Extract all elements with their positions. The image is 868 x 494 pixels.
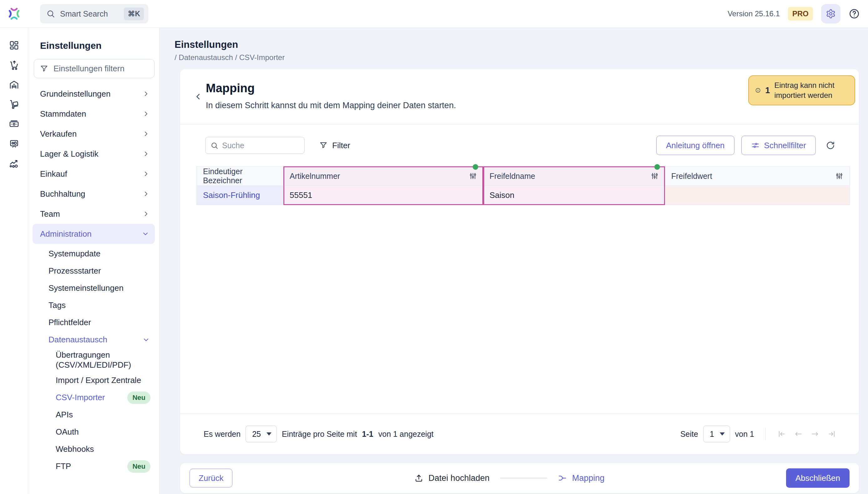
- sidebar-item-ftp[interactable]: FTP Neu: [28, 458, 159, 475]
- last-page-button[interactable]: [828, 430, 836, 438]
- pagination-separator: [766, 428, 766, 440]
- sidebar-item-label: Administration: [40, 229, 92, 239]
- sidebar-item-administration[interactable]: Administration: [33, 224, 155, 244]
- analytics-nav-button[interactable]: [8, 157, 20, 170]
- help-button[interactable]: [849, 8, 860, 19]
- sales-nav-button[interactable]: [8, 59, 20, 71]
- sidebar-item-csv-importer[interactable]: CSV-Importer Neu: [28, 389, 159, 406]
- prev-page-button[interactable]: [794, 430, 803, 438]
- settings-button[interactable]: [821, 4, 841, 23]
- chevron-down-icon: [142, 336, 150, 344]
- pagination-text: von 1 angezeigt: [378, 430, 434, 439]
- chevron-right-icon: [142, 110, 150, 117]
- page-size-select[interactable]: 25: [246, 425, 277, 442]
- warning-count: 1: [765, 86, 770, 95]
- sidebar-item-oauth[interactable]: OAuth: [28, 423, 159, 440]
- row-link[interactable]: Saison-Frühling: [203, 190, 260, 200]
- sidebar-filter[interactable]: [34, 59, 154, 78]
- cell-bezeichner: Saison-Frühling: [196, 186, 283, 205]
- filter-button[interactable]: Filter: [319, 141, 350, 150]
- chevron-right-icon: [142, 190, 150, 197]
- icon-rail: [0, 28, 28, 494]
- sidebar-item-systemupdate[interactable]: Systemupdate: [28, 245, 159, 262]
- step-connector: [500, 478, 547, 478]
- column-settings-icon[interactable]: [835, 172, 843, 180]
- column-settings-icon[interactable]: [650, 172, 659, 180]
- mapping-table: Eindeutiger Bezeichner Artikelnummer Fre…: [196, 166, 850, 205]
- step-mapping[interactable]: Mapping: [558, 473, 605, 483]
- smart-search[interactable]: ⌘K: [40, 4, 148, 23]
- sidebar-item-label: Verkaufen: [40, 129, 77, 139]
- sidebar-item-label: Import / Export Zentrale: [56, 376, 141, 385]
- abschliessen-button[interactable]: Abschließen: [786, 468, 850, 488]
- sidebar-item-label: Team: [40, 209, 60, 219]
- cell-freifeldname[interactable]: Saison: [483, 186, 665, 205]
- sidebar-item-import-export-zentrale[interactable]: Import / Export Zentrale: [28, 372, 159, 389]
- sidebar-item-label: Einkauf: [40, 169, 67, 179]
- app-logo[interactable]: [0, 6, 28, 21]
- sidebar-item-label: Grundeinstellungen: [40, 89, 111, 99]
- next-page-button[interactable]: [811, 430, 819, 438]
- warehouse-nav-button[interactable]: [8, 78, 20, 91]
- sidebar-item-team[interactable]: Team: [28, 204, 159, 224]
- sidebar-item-pflichtfelder[interactable]: Pflichtfelder: [28, 314, 159, 331]
- open-guide-button[interactable]: Anleitung öffnen: [656, 136, 734, 155]
- page-total: von 1: [735, 430, 754, 439]
- table-search[interactable]: [205, 137, 305, 154]
- logistics-nav-button[interactable]: [8, 98, 20, 111]
- finance-nav-button[interactable]: [8, 118, 20, 130]
- sidebar-filter-input[interactable]: [54, 64, 149, 74]
- sidebar-item-label: Systemeinstellungen: [49, 283, 124, 293]
- sidebar-item-webhooks[interactable]: Webhooks: [28, 440, 159, 458]
- page-header: Einstellungen / Datenaustausch / CSV-Imp…: [159, 28, 868, 62]
- cell-value: Saison: [490, 190, 514, 200]
- version-label: Version 25.16.1: [728, 10, 780, 18]
- sidebar-item-lager-logistik[interactable]: Lager & Logistik: [28, 144, 159, 164]
- table-row: Saison-Frühling 55551 Saison: [196, 186, 850, 205]
- sidebar-item-uebertragungen[interactable]: Übertragungen (CSV/XML/EDI/PDF): [28, 348, 159, 372]
- column-label: Eindeutiger Bezeichner: [203, 167, 277, 185]
- table-search-input[interactable]: [222, 141, 299, 150]
- pagination-bar: Es werden 25 Einträge pro Seite mit 1-1 …: [180, 414, 859, 454]
- topbar-right: Version 25.16.1 PRO: [728, 4, 868, 23]
- sidebar-item-prozessstarter[interactable]: Prozessstarter: [28, 262, 159, 280]
- refresh-icon: [826, 141, 835, 150]
- sidebar-item-stammdaten[interactable]: Stammdaten: [28, 104, 159, 124]
- chevron-right-icon: [142, 150, 150, 157]
- sidebar-item-systemeinstellungen[interactable]: Systemeinstellungen: [28, 280, 159, 297]
- refresh-button[interactable]: [826, 141, 835, 150]
- funnel-icon: [319, 141, 328, 150]
- sidebar-item-grundeinstellungen[interactable]: Grundeinstellungen: [28, 84, 159, 104]
- warehouse-icon: [9, 79, 19, 90]
- zurueck-button[interactable]: Zurück: [190, 469, 232, 488]
- hand-truck-icon: [9, 99, 19, 110]
- smart-search-input[interactable]: [60, 10, 119, 18]
- cell-value: 55551: [290, 190, 312, 200]
- sidebar-item-tags[interactable]: Tags: [28, 297, 159, 314]
- back-button[interactable]: [193, 83, 203, 110]
- pos-nav-button[interactable]: [8, 137, 20, 150]
- column-header-artikelnummer: Artikelnummer: [283, 166, 483, 186]
- wizard-footer: Zurück Datei hochladen Mapping Abschließ…: [180, 463, 859, 493]
- column-settings-icon[interactable]: [469, 172, 477, 180]
- sidebar-item-label: Prozessstarter: [49, 266, 101, 276]
- sidebar-item-verkaufen[interactable]: Verkaufen: [28, 124, 159, 144]
- step-upload[interactable]: Datei hochladen: [414, 473, 490, 483]
- chevron-right-icon: [142, 90, 150, 98]
- page-select[interactable]: 1: [703, 425, 730, 442]
- sidebar-item-einkauf[interactable]: Einkauf: [28, 164, 159, 184]
- datenaustausch-subnav: Übertragungen (CSV/XML/EDI/PDF) Import /…: [28, 348, 159, 475]
- sidebar-item-apis[interactable]: APIs: [28, 406, 159, 423]
- column-header-bezeichner: Eindeutiger Bezeichner: [196, 166, 283, 186]
- cell-freifeldwert[interactable]: [665, 186, 850, 205]
- dashboard-nav-button[interactable]: [8, 39, 20, 52]
- breadcrumb: / Datenaustausch / CSV-Importer: [174, 53, 868, 62]
- quickfilter-button[interactable]: Schnellfilter: [741, 136, 816, 155]
- neu-badge: Neu: [127, 460, 150, 473]
- first-page-button[interactable]: [777, 430, 786, 438]
- cell-artikelnummer[interactable]: 55551: [283, 186, 483, 205]
- page-title: Einstellungen: [174, 39, 868, 50]
- sidebar-item-datenaustausch[interactable]: Datenaustausch: [28, 331, 159, 348]
- sidebar-item-label: APIs: [56, 410, 73, 420]
- sidebar-item-buchhaltung[interactable]: Buchhaltung: [28, 184, 159, 204]
